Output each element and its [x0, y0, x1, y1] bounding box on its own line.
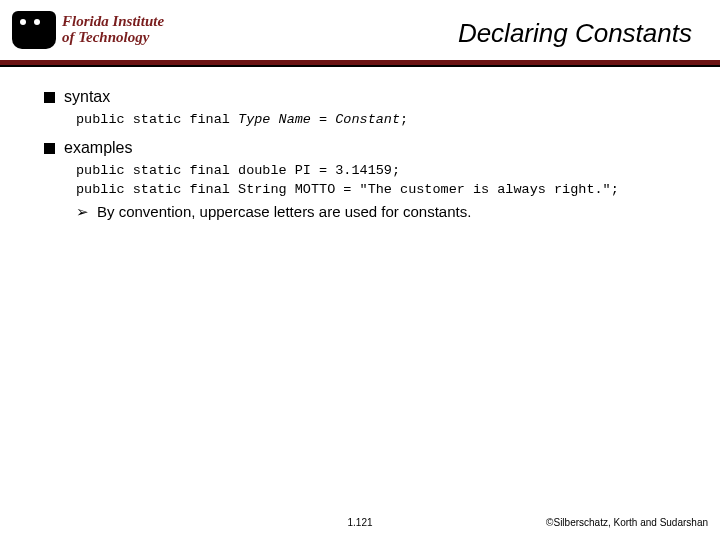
- syntax-const: Constant: [335, 112, 400, 127]
- panther-icon: [12, 11, 56, 49]
- page-title: Declaring Constants: [458, 18, 692, 49]
- square-bullet-icon: [44, 143, 55, 154]
- arrow-icon: ➢: [76, 203, 89, 221]
- logo-line1: Florida Institute: [62, 13, 164, 29]
- logo-line2: of Technology: [62, 29, 149, 45]
- example-2: public static final String MOTTO = "The …: [76, 182, 696, 197]
- slide: Florida Institute of Technology Declarin…: [0, 0, 720, 540]
- logo: Florida Institute of Technology: [12, 6, 182, 54]
- logo-text: Florida Institute of Technology: [62, 14, 164, 46]
- footer-copyright: ©Silberschatz, Korth and Sudarshan: [546, 517, 708, 528]
- syntax-line: public static final Type Name = Constant…: [76, 112, 696, 127]
- syntax-prefix: public static final: [76, 112, 238, 127]
- note-line: ➢By convention, uppercase letters are us…: [44, 203, 696, 221]
- square-bullet-icon: [44, 92, 55, 103]
- example-1: public static final double PI = 3.14159;: [76, 163, 696, 178]
- examples-label: examples: [64, 139, 132, 156]
- header: Florida Institute of Technology Declarin…: [0, 0, 720, 64]
- syntax-label: syntax: [64, 88, 110, 105]
- syntax-type: Type Name: [238, 112, 311, 127]
- note-text: By convention, uppercase letters are use…: [97, 203, 471, 220]
- title-bar: [0, 60, 720, 65]
- content: syntax public static final Type Name = C…: [44, 88, 696, 221]
- bullet-examples: examples: [44, 139, 696, 157]
- bullet-syntax: syntax: [44, 88, 696, 106]
- syntax-semi: ;: [400, 112, 408, 127]
- syntax-eq: =: [311, 112, 335, 127]
